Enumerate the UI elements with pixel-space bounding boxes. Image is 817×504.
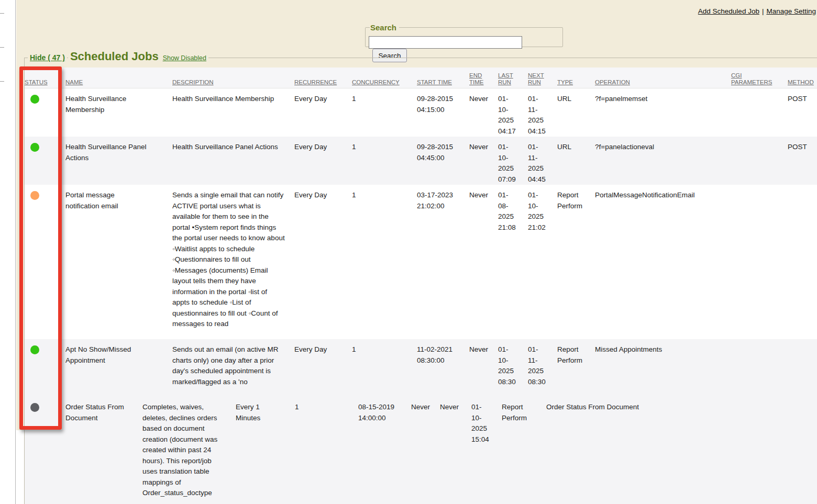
type-cell: Report Perform <box>502 397 546 504</box>
type-cell: URL <box>557 137 595 185</box>
status-indicator-dot <box>30 143 39 152</box>
name-cell: Health Surveillance Membership <box>65 88 172 137</box>
concurrency-cell: 1 <box>295 397 358 504</box>
cgi-parameters-cell <box>731 88 788 137</box>
cgi-parameters-cell <box>731 185 788 339</box>
left-margin-ruler <box>0 0 16 504</box>
header-status[interactable]: STATUS <box>25 79 65 88</box>
method-cell <box>788 339 817 397</box>
name-cell: Health Surveillance Panel Actions <box>65 137 172 185</box>
manage-settings-link[interactable]: Manage Setting <box>766 7 816 15</box>
start-time-cell: 09-28-2015 04:15:00 <box>417 88 469 137</box>
link-separator: | <box>762 7 764 15</box>
description-cell: Completes, waives, deletes, declines ord… <box>142 397 236 504</box>
status-cell <box>25 137 65 185</box>
top-links: Add Scheduled Job|Manage Setting <box>698 7 816 15</box>
add-scheduled-job-link[interactable]: Add Scheduled Job <box>698 7 759 15</box>
header-description[interactable]: DESCRIPTION <box>172 79 294 88</box>
name-cell: Apt No Show/Missed Appointment <box>65 339 172 397</box>
header-end-time[interactable]: END TIME <box>469 72 498 88</box>
header-type[interactable]: TYPE <box>557 79 595 88</box>
search-panel: Search Search <box>365 23 563 47</box>
scheduled-jobs-panel: Hide ( 47 ) Scheduled Jobs Show Disabled… <box>24 58 817 504</box>
method-cell: POST <box>788 137 817 185</box>
next-run-cell: 01-10-2025 21:02 <box>528 185 557 339</box>
type-cell: URL <box>557 88 595 137</box>
status-cell <box>25 185 65 339</box>
description-cell: Sends a single email that can notify ACT… <box>172 185 294 339</box>
operation-cell: PortalMessageNotificationEmail <box>595 185 731 339</box>
table-header-row: STATUS NAME DESCRIPTION RECURRENCE CONCU… <box>25 68 817 88</box>
show-disabled-link[interactable]: Show Disabled <box>161 54 208 62</box>
end-time-cell: Never <box>469 88 498 137</box>
status-cell <box>25 339 65 397</box>
status-cell <box>25 397 65 504</box>
concurrency-cell: 1 <box>352 185 417 339</box>
hide-count-link[interactable]: Hide ( 47 ) <box>28 53 67 62</box>
table-row: Order Status From Document Completes, wa… <box>25 397 817 504</box>
header-recurrence[interactable]: RECURRENCE <box>294 79 352 88</box>
next-run-cell: 01-11-2025 04:45 <box>528 137 557 185</box>
next-run-cell: 01-10-2025 15:04 <box>471 397 502 504</box>
scheduled-jobs-legend: Hide ( 47 ) Scheduled Jobs Show Disabled <box>28 50 208 63</box>
start-time-cell: 11-02-2021 08:30:00 <box>417 339 469 397</box>
header-concurrency[interactable]: CONCURRENCY <box>352 79 417 88</box>
description-cell: Health Surveillance Membership <box>172 88 294 137</box>
end-time-cell: Never <box>469 339 498 397</box>
header-last-run[interactable]: LAST RUN <box>498 72 528 88</box>
cgi-parameters-cell <box>731 339 788 397</box>
status-indicator-dot <box>30 95 39 104</box>
status-cell <box>25 88 65 137</box>
panel-title: Scheduled Jobs <box>68 50 161 63</box>
cgi-parameters-cell <box>731 137 788 185</box>
recurrence-cell: Every Day <box>294 88 352 137</box>
name-cell: Order Status From Document <box>65 397 142 504</box>
status-indicator-dot <box>30 191 39 200</box>
recurrence-cell: Every Day <box>294 137 352 185</box>
table-row: Apt No Show/Missed Appointment Sends out… <box>25 339 817 397</box>
concurrency-cell: 1 <box>352 339 417 397</box>
ruler-tick <box>0 13 4 14</box>
end-time-cell: Never <box>469 137 498 185</box>
search-panel-legend: Search <box>370 23 399 32</box>
start-time-cell: 09-28-2015 04:45:00 <box>417 137 469 185</box>
operation-cell: Missed Appointments <box>595 339 731 397</box>
last-run-cell: 01-10-2025 07:09 <box>498 137 528 185</box>
method-cell <box>788 185 817 339</box>
header-operation[interactable]: OPERATION <box>595 79 731 88</box>
header-name[interactable]: NAME <box>65 79 172 88</box>
last-run-cell: 01-08-2025 21:08 <box>498 185 528 339</box>
search-input[interactable] <box>369 36 522 49</box>
table-row: Portal message notification email Sends … <box>25 185 817 339</box>
table-row: Health Surveillance Panel Actions Health… <box>25 137 817 185</box>
last-run-cell: 01-10-2025 08:30 <box>498 339 528 397</box>
next-run-cell: 01-11-2025 04:15 <box>528 88 557 137</box>
end-time-cell: Never <box>469 185 498 339</box>
operation-cell: Order Status From Document <box>546 397 817 504</box>
start-time-cell: 08-15-2019 14:00:00 <box>358 397 411 504</box>
description-cell: Health Surveillance Panel Actions <box>172 137 294 185</box>
header-start-time[interactable]: START TIME <box>417 79 469 88</box>
header-cgi-parameters[interactable]: CGI PARAMETERS <box>731 72 788 88</box>
ruler-tick <box>0 81 4 82</box>
last-run-cell: 01-10-2025 04:17 <box>498 88 528 137</box>
type-cell: Report Perform <box>557 339 595 397</box>
page: Add Scheduled Job|Manage Setting Search … <box>0 0 817 504</box>
header-method[interactable]: METHOD <box>788 79 817 88</box>
concurrency-cell: 1 <box>352 88 417 137</box>
next-run-cell: 01-11-2025 08:30 <box>528 339 557 397</box>
operation-cell: ?f=panelmemset <box>595 88 731 137</box>
recurrence-cell: Every Day <box>294 339 352 397</box>
scheduled-jobs-table: STATUS NAME DESCRIPTION RECURRENCE CONCU… <box>25 68 817 504</box>
name-cell: Portal message notification email <box>65 185 172 339</box>
description-cell: Sends out an email (on active MR charts … <box>172 339 294 397</box>
table-row: Health Surveillance Membership Health Su… <box>25 88 817 137</box>
status-indicator-dot <box>30 403 39 412</box>
header-next-run[interactable]: NEXT RUN <box>528 72 557 88</box>
concurrency-cell: 1 <box>352 137 417 185</box>
end-time-cell: Never <box>411 397 440 504</box>
type-cell: Report Perform <box>557 185 595 339</box>
method-cell: POST <box>788 88 817 137</box>
recurrence-cell: Every 1 Minutes <box>236 397 295 504</box>
content-area: Add Scheduled Job|Manage Setting Search … <box>16 0 817 504</box>
